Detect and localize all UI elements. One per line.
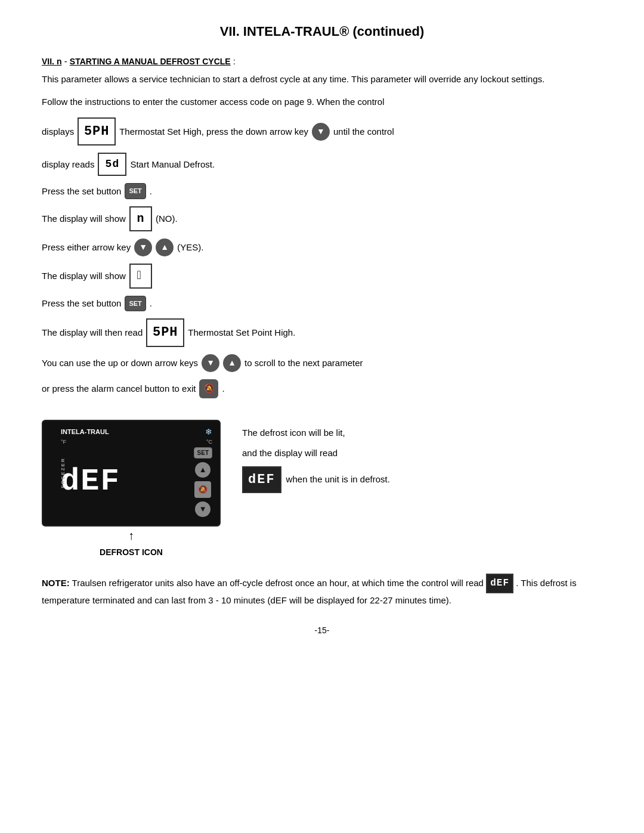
- device-alarm-btn: 🔕: [194, 481, 211, 498]
- line8-suffix: Thermostat Set Point High.: [188, 325, 295, 340]
- line1-suffix: until the control: [333, 124, 394, 140]
- para2: Follow the instructions to enter the cus…: [42, 95, 602, 109]
- down-arrow-icon-3: ▼: [202, 354, 219, 372]
- device-set-btn: SET: [194, 447, 212, 459]
- page-number: -15-: [42, 625, 602, 635]
- line3-press-set: Press the set button SET .: [42, 183, 602, 199]
- note-bold: NOTE:: [42, 578, 70, 588]
- section-heading-dash: -: [64, 56, 70, 66]
- device-top-bar: INTELA-TRAUL ❄: [61, 427, 212, 436]
- brand-label: INTELA-TRAUL: [61, 428, 109, 435]
- defrost-icon-label: DEFROST ICON: [100, 547, 163, 557]
- line2-display-reads: display reads 5d Start Manual Defrost.: [42, 153, 602, 176]
- snowflake-icon: ❄: [205, 427, 212, 436]
- line3-period: .: [150, 184, 152, 199]
- line9-scroll: You can use the up or down arrow keys ▼ …: [42, 354, 602, 372]
- section-heading-text: STARTING A MANUAL DEFROST CYCLE: [70, 57, 231, 66]
- lcd-no: n: [129, 206, 152, 231]
- annotation-arrow: ↑: [128, 529, 134, 543]
- down-arrow-icon-2: ▼: [134, 239, 152, 256]
- device-lcd-row: dEF SET ▲ 🔕 ▼: [61, 447, 212, 517]
- line1-prefix: displays: [42, 124, 74, 140]
- section-label: VII. n: [42, 57, 61, 66]
- device-down-arrow: ▼: [195, 501, 210, 517]
- down-arrow-icon: ▼: [312, 123, 330, 141]
- page-title: VII. INTELA-TRAUL® (continued): [42, 24, 602, 39]
- lcd-sph-first: 5PH: [78, 117, 116, 145]
- line4-display-no: The display will show n (NO).: [42, 206, 602, 231]
- line9-suffix: to scroll to the next parameter: [244, 355, 363, 371]
- up-arrow-icon-2: ▲: [223, 354, 241, 372]
- line7-press-set: Press the set button SET .: [42, 296, 602, 312]
- line10-alarm-exit: or press the alarm cancel button to exit…: [42, 379, 602, 398]
- line10-text: or press the alarm cancel button to exit: [42, 381, 196, 397]
- line7-text: Press the set button: [42, 296, 121, 311]
- top-icons: ❄: [205, 427, 212, 436]
- line8-display-sph: The display will then read 5PH Thermosta…: [42, 318, 602, 346]
- line5-arrow-yes: Press either arrow key ▼ ▲ (YES).: [42, 239, 602, 256]
- temp-units-row: °F °C: [61, 439, 212, 445]
- note-section: NOTE: Traulsen refrigerator units also h…: [42, 574, 602, 608]
- section-heading-row: VII. n - STARTING A MANUAL DEFROST CYCLE…: [42, 56, 602, 66]
- bottom-section: FREEZER INTELA-TRAUL ❄ °F °C dEF SET ▲: [42, 420, 602, 557]
- line5-suffix: (YES).: [177, 240, 203, 255]
- line4-suffix: (NO).: [156, 211, 178, 227]
- line5-prefix: Press either arrow key: [42, 240, 131, 255]
- temp-c-label: °C: [206, 439, 212, 445]
- alarm-cancel-icon: 🔕: [199, 379, 218, 398]
- up-arrow-icon: ▲: [156, 239, 174, 256]
- desc-line1: The defrost icon will be lit,: [242, 426, 602, 440]
- def-display-icon: dEF: [242, 466, 281, 493]
- line1-mid: Thermostat Set High, press the down arro…: [119, 124, 308, 140]
- section-heading-colon: :: [233, 56, 236, 66]
- line8-prefix: The display will then read: [42, 325, 143, 340]
- set-button-icon-2: SET: [125, 296, 145, 312]
- lcd-5d: 5d: [98, 153, 126, 176]
- note-def-display: dEF: [486, 574, 513, 594]
- line3-text: Press the set button: [42, 184, 121, 199]
- device-lcd-main: dEF: [61, 466, 120, 497]
- line10-period: .: [222, 381, 224, 397]
- line7-period: .: [150, 296, 152, 311]
- device-image: FREEZER INTELA-TRAUL ❄ °F °C dEF SET ▲: [42, 420, 221, 527]
- freezer-label: FREEZER: [60, 458, 66, 488]
- device-controls: SET ▲ 🔕 ▼: [194, 447, 212, 517]
- defrost-icon-annotation: ↑ DEFROST ICON: [42, 529, 221, 557]
- line2-prefix: display reads: [42, 157, 94, 172]
- note-text-content: Traulsen refrigerator units also have an…: [72, 578, 484, 588]
- line4-prefix: The display will show: [42, 211, 126, 227]
- intro-paragraph: This parameter allows a service technici…: [42, 72, 602, 86]
- line1-displays: displays 5PH Thermostat Set High, press …: [42, 117, 602, 145]
- line9-prefix: You can use the up or down arrow keys: [42, 355, 198, 371]
- device-panel: FREEZER INTELA-TRAUL ❄ °F °C dEF SET ▲: [42, 420, 221, 557]
- line2-suffix: Start Manual Defrost.: [130, 157, 215, 172]
- desc-line2: and the display will read: [242, 446, 602, 460]
- def-display-row: dEF when the unit is in defrost.: [242, 466, 602, 493]
- device-up-arrow: ▲: [195, 462, 210, 478]
- desc-line3: when the unit is in defrost.: [286, 472, 390, 487]
- lcd-4: 𝎏: [129, 264, 152, 289]
- line6-prefix: The display will show: [42, 268, 126, 284]
- set-button-icon-1: SET: [125, 183, 145, 199]
- temp-f-label: °F: [61, 439, 66, 445]
- lcd-sph-second: 5PH: [146, 318, 184, 346]
- right-description: The defrost icon will be lit, and the di…: [242, 420, 602, 493]
- line6-display-4: The display will show 𝎏: [42, 264, 602, 289]
